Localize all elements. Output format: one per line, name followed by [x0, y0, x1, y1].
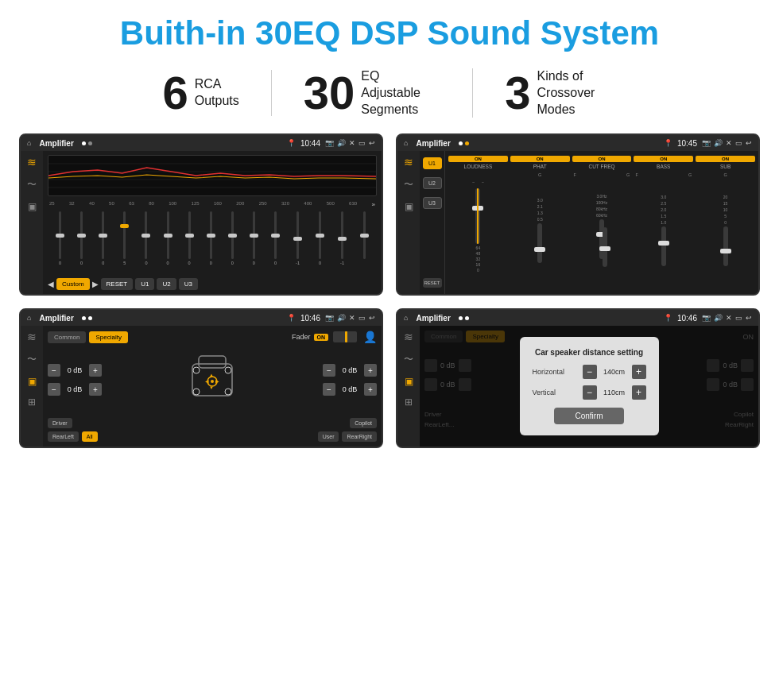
volume-icon3: 🔊 — [337, 314, 346, 322]
volume-icon4: 🔊 — [714, 314, 723, 322]
wave-icon[interactable]: 〜 — [27, 178, 37, 191]
reset-preset-btn[interactable]: RESET — [423, 278, 442, 288]
screen4-time: 10:46 — [677, 314, 697, 323]
volume-icon: 🔊 — [337, 139, 346, 147]
reset-btn[interactable]: RESET — [101, 278, 134, 290]
page-title: Buith-in 30EQ DSP Sound System — [0, 0, 779, 60]
minimize-icon3: ▭ — [358, 314, 366, 322]
close-icon3: ✕ — [349, 314, 355, 322]
horizontal-plus-btn[interactable]: + — [632, 365, 646, 379]
right-db-value2: 0 dB — [339, 385, 361, 393]
screen2-app-name: Amplifier — [416, 139, 450, 148]
svg-point-8 — [193, 367, 200, 373]
home-icon[interactable]: ⌂ — [27, 139, 31, 147]
rearright-btn[interactable]: RearRight — [342, 431, 377, 442]
speaker-icon3[interactable]: ▣ — [28, 376, 37, 387]
screen3-statusbar: ⌂ Amplifier 📍 10:46 📷 🔊 ✕ ▭ ↩ — [21, 310, 382, 326]
stat-text-crossover: Kinds ofCrossover Modes — [537, 68, 617, 118]
svg-rect-5 — [199, 356, 226, 368]
eq-icon2[interactable]: ≋ — [404, 156, 413, 168]
prev-icon[interactable]: ◀ — [48, 280, 54, 288]
volume-icon2: 🔊 — [714, 139, 723, 147]
confirm-button[interactable]: Confirm — [554, 408, 623, 424]
expand-icon3[interactable]: ⊞ — [28, 396, 36, 408]
left-db-value2: 0 dB — [64, 385, 86, 393]
u2-btn[interactable]: U2 — [157, 278, 176, 290]
camera-icon: 📷 — [325, 139, 334, 147]
svg-point-11 — [225, 389, 231, 395]
home-icon3[interactable]: ⌂ — [27, 314, 31, 322]
screen4-statusbar: ⌂ Amplifier 📍 10:46 📷 🔊 ✕ ▭ ↩ — [397, 310, 758, 326]
right-plus-btn2[interactable]: + — [364, 383, 377, 396]
speaker-icon[interactable]: ▣ — [28, 201, 37, 212]
custom-btn[interactable]: Custom — [56, 278, 90, 290]
vertical-label: Vertical — [533, 389, 576, 396]
speaker-icon2[interactable]: ▣ — [405, 201, 413, 212]
copilot-btn[interactable]: Copilot — [350, 418, 377, 428]
location-icon: 📍 — [287, 139, 296, 147]
location-icon4: 📍 — [664, 314, 672, 322]
u3-preset-btn[interactable]: U3 — [423, 197, 442, 209]
u2-preset-btn[interactable]: U2 — [423, 177, 442, 189]
eq-icon[interactable]: ≋ — [27, 156, 37, 168]
car-diagram: ▲ ▼ ◀ ▶ — [176, 348, 248, 412]
eq-icon4[interactable]: ≋ — [404, 331, 413, 343]
all-btn[interactable]: All — [82, 431, 98, 442]
speaker-icon4[interactable]: ▣ — [405, 376, 413, 387]
left-minus-btn2[interactable]: − — [48, 383, 60, 396]
dialog-overlay: Car speaker distance setting Horizontal … — [420, 326, 758, 447]
play-icon[interactable]: ▶ — [92, 280, 99, 288]
right-db-value1: 0 dB — [339, 366, 361, 374]
stat-number-30: 30 — [304, 70, 355, 116]
svg-text:▼: ▼ — [209, 385, 214, 390]
stat-rca: 6 RCAOutputs — [130, 70, 271, 116]
screen3-container: ⌂ Amplifier 📍 10:46 📷 🔊 ✕ ▭ ↩ ≋ 〜 — [19, 308, 383, 448]
vertical-plus-btn[interactable]: + — [632, 385, 646, 400]
stat-text-rca: RCAOutputs — [195, 76, 239, 110]
left-minus-btn1[interactable]: − — [48, 364, 60, 377]
left-plus-btn1[interactable]: + — [89, 364, 102, 377]
left-db-value1: 0 dB — [64, 366, 86, 374]
screen1-time: 10:44 — [300, 139, 320, 148]
vertical-minus-btn[interactable]: − — [583, 385, 597, 400]
screen3-time: 10:46 — [300, 314, 320, 323]
stat-number-6: 6 — [162, 70, 188, 116]
close-icon: ✕ — [349, 139, 355, 147]
screen4-app-name: Amplifier — [416, 314, 450, 323]
left-plus-btn2[interactable]: + — [89, 383, 102, 396]
close-icon4: ✕ — [726, 314, 732, 322]
minimize-icon4: ▭ — [735, 314, 742, 322]
svg-text:◀: ◀ — [205, 379, 209, 384]
fader-label: Fader — [292, 333, 311, 341]
u1-btn[interactable]: U1 — [135, 278, 154, 290]
eq-icon3[interactable]: ≋ — [27, 331, 37, 343]
common-tab[interactable]: Common — [48, 331, 86, 343]
specialty-tab[interactable]: Specialty — [89, 331, 127, 343]
u3-btn[interactable]: U3 — [179, 278, 198, 290]
stat-number-3: 3 — [505, 70, 530, 116]
stat-crossover: 3 Kinds ofCrossover Modes — [473, 68, 648, 118]
svg-point-7 — [211, 380, 214, 383]
user-btn[interactable]: User — [318, 431, 339, 442]
back-icon: ↩ — [369, 139, 375, 147]
camera-icon2: 📷 — [702, 139, 711, 147]
screen2-statusbar: ⌂ Amplifier 📍 10:45 📷 🔊 ✕ ▭ ↩ — [397, 135, 758, 151]
right-minus-btn2[interactable]: − — [323, 383, 335, 396]
driver-btn[interactable]: Driver — [48, 418, 72, 428]
home-icon4[interactable]: ⌂ — [404, 314, 408, 322]
expand-icon4[interactable]: ⊞ — [405, 396, 413, 408]
location-icon3: 📍 — [287, 314, 296, 322]
rearleft-btn[interactable]: RearLeft — [48, 431, 79, 442]
horizontal-label: Horizontal — [533, 368, 576, 376]
u1-preset-btn[interactable]: U1 — [423, 157, 442, 169]
wave-icon2[interactable]: 〜 — [404, 178, 413, 191]
right-plus-btn1[interactable]: + — [364, 364, 377, 377]
home-icon2[interactable]: ⌂ — [404, 139, 408, 147]
wave-icon4[interactable]: 〜 — [404, 353, 413, 366]
eq-sliders: 0 0 — [48, 211, 377, 275]
dialog-title: Car speaker distance setting — [533, 348, 646, 357]
horizontal-minus-btn[interactable]: − — [583, 365, 597, 379]
right-minus-btn1[interactable]: − — [323, 364, 335, 377]
eq-graph — [48, 155, 377, 196]
wave-icon3[interactable]: 〜 — [27, 353, 37, 366]
